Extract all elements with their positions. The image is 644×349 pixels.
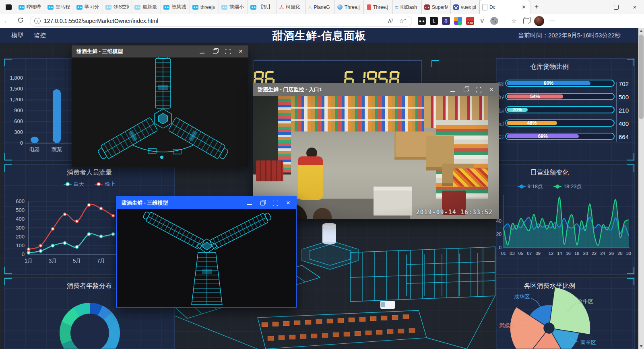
window3-title: 甜酒生鲜 - 三维模型: [122, 199, 244, 207]
window3-close-button[interactable]: ×: [285, 200, 291, 206]
rose-label: 武侯区: [500, 322, 515, 329]
window1-close-button[interactable]: ×: [238, 49, 244, 54]
site-info-icon[interactable]: i: [34, 18, 41, 24]
favorites-bar-button[interactable]: ☆: [510, 17, 518, 25]
favorite-star-button[interactable]: ☆+: [398, 18, 408, 24]
warehouse-row: 服装80%702: [496, 80, 634, 88]
legend-item[interactable]: 18:23点: [553, 183, 582, 190]
extension-darkreader-icon[interactable]: [418, 17, 426, 25]
scrollbar-thumb[interactable]: [639, 35, 644, 119]
browser-tab[interactable]: vuex pi: [451, 0, 480, 14]
browser-tab[interactable]: Three.j: [335, 0, 364, 14]
window2-title: 甜酒生鲜 - 门店监控 - 入口1: [258, 86, 447, 93]
panel-title-district: 各区消费水平比例: [496, 282, 619, 290]
scroll-up-arrow[interactable]: [640, 30, 643, 32]
refresh-button[interactable]: [14, 17, 27, 25]
window1-content: [72, 57, 248, 167]
tab-label: vuex pi: [461, 4, 476, 10]
svg-text:01: 01: [501, 251, 506, 256]
address-bar[interactable]: i 127.0.0.1:5502/superMarketOwner/index.…: [30, 16, 412, 27]
browser-tab[interactable]: 【扒】: [248, 0, 277, 14]
svg-text:7月: 7月: [97, 258, 105, 264]
browser-window: 哔哩哔黑马程学习分GIS空间最新最智慧城threejs前端小【扒】柯里化Plan…: [0, 0, 644, 349]
tab-strip: 哔哩哔黑马程学习分GIS空间最新最智慧城threejs前端小【扒】柯里化Plan…: [16, 0, 530, 14]
legend-item[interactable]: 白天: [64, 181, 84, 188]
window-minimize-button[interactable]: [588, 0, 607, 14]
extension-l-icon[interactable]: L: [430, 17, 438, 25]
paw-blue-icon: [453, 4, 459, 10]
window-maximize-button[interactable]: [607, 0, 625, 14]
tab-close-icon[interactable]: ✕: [520, 4, 527, 10]
window3-titlebar[interactable]: 甜酒生鲜 - 三维模型 ×: [117, 197, 296, 209]
browser-tab[interactable]: KitBash: [393, 0, 422, 14]
rose-label: 青羊区: [580, 339, 596, 346]
extension-vue-devtools-icon[interactable]: V: [478, 17, 486, 25]
back-button[interactable]: ←: [0, 17, 14, 25]
bilibili-icon: [163, 5, 169, 10]
window2-restore-button[interactable]: [463, 87, 469, 92]
svg-text:03: 03: [510, 251, 514, 256]
window-controls: ×: [588, 0, 644, 14]
window1-minimize-button[interactable]: [199, 49, 205, 54]
browser-tab[interactable]: GIS空间: [103, 0, 132, 14]
warehouse-fill: 69%: [507, 134, 579, 138]
extension-abcd-icon[interactable]: [454, 17, 462, 25]
browser-tab[interactable]: PlaneG: [306, 0, 335, 14]
svg-text:1,200: 1,200: [10, 96, 23, 103]
browser-tab[interactable]: 柯里化: [277, 0, 306, 14]
traffic-legend[interactable]: 白天晚上: [4, 181, 174, 188]
collections-button[interactable]: [522, 17, 530, 25]
panel-title-daily: 日营业额变化: [496, 168, 619, 177]
daily-legend[interactable]: 9:18点18:23点: [496, 183, 619, 190]
window1-restore-button[interactable]: [212, 49, 218, 54]
legend-item[interactable]: 9:18点: [518, 183, 543, 190]
svg-text:05: 05: [518, 251, 523, 256]
new-tab-button[interactable]: +: [530, 0, 543, 14]
svg-text:电器: 电器: [29, 146, 40, 152]
window2-fullscreen-button[interactable]: [476, 87, 481, 92]
window1-titlebar[interactable]: 甜酒生鲜 - 三维模型 ×: [72, 45, 248, 57]
tab-label: 智慧城: [171, 4, 186, 10]
browser-tab[interactable]: SuperM: [422, 0, 451, 14]
wireframe-gray-icon: [308, 5, 312, 9]
extension-braces-icon[interactable]: {}: [442, 17, 450, 25]
face-darkred-icon: [424, 4, 430, 10]
window3-minimize-button[interactable]: [247, 200, 252, 206]
warehouse-row: 食品54%500: [496, 93, 634, 102]
browser-tab[interactable]: 智慧城: [161, 0, 190, 14]
browser-tab[interactable]: 学习分: [74, 0, 103, 14]
tab-actions-button[interactable]: [0, 0, 16, 14]
window2-close-button[interactable]: ×: [489, 87, 494, 92]
page-scrollbar[interactable]: [638, 28, 644, 349]
extensions-menu-icon[interactable]: [490, 17, 498, 25]
browser-tab[interactable]: 最新最: [132, 0, 161, 14]
browser-tab[interactable]: Dc✕: [480, 0, 530, 14]
extension-price-badge-icon[interactable]: 2.00: [466, 17, 474, 25]
window3-restore-button[interactable]: [260, 200, 265, 206]
legend-item[interactable]: 晚上: [95, 181, 115, 188]
rose-label: 金牛区: [578, 298, 593, 305]
svg-text:07: 07: [527, 251, 532, 256]
browser-tab[interactable]: 黑马程: [45, 0, 74, 14]
browser-menu-button[interactable]: ⋯: [548, 17, 556, 25]
browser-tab[interactable]: 前端小: [219, 0, 248, 14]
panel-warehouse-ratio: 仓库货物比例 服装80%702食品54%500电器20%210玩具48%400日…: [496, 58, 635, 161]
waves-blue-icon: [395, 4, 398, 10]
panel-district-consumption: 各区消费水平比例 成华区金牛区青羊区武侯区: [496, 277, 635, 349]
scroll-down-arrow[interactable]: [640, 345, 643, 347]
window3-fullscreen-button[interactable]: [272, 200, 278, 206]
window2-minimize-button[interactable]: [450, 87, 456, 92]
window-close-button[interactable]: ×: [625, 0, 644, 14]
warehouse-fill: 48%: [507, 121, 557, 125]
browser-tab[interactable]: Three.j: [364, 0, 393, 14]
svg-text:500: 500: [16, 207, 25, 213]
window2-titlebar[interactable]: 甜酒生鲜 - 门店监控 - 入口1 ×: [253, 83, 499, 96]
browser-tab[interactable]: threejs: [190, 0, 219, 14]
url-text[interactable]: 127.0.0.1:5502/superMarketOwner/index.ht…: [44, 18, 383, 24]
read-aloud-button[interactable]: A): [386, 18, 394, 25]
profile-avatar[interactable]: [534, 16, 544, 26]
svg-text:400: 400: [16, 216, 25, 222]
window1-title: 甜酒生鲜 - 三维模型: [76, 48, 196, 55]
browser-tab[interactable]: 哔哩哔: [16, 0, 45, 14]
window1-fullscreen-button[interactable]: [225, 49, 231, 54]
